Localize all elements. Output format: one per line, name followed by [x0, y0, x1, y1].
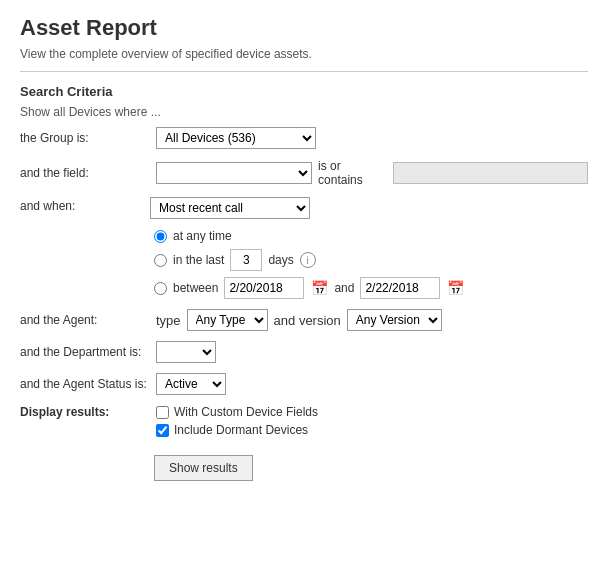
radio-between-row: between 📅 and 📅: [154, 277, 588, 299]
dormant-row: Include Dormant Devices: [156, 423, 318, 437]
calendar-start-icon[interactable]: 📅: [310, 279, 328, 297]
calendar-end-icon[interactable]: 📅: [446, 279, 464, 297]
radio-between-label: between: [173, 281, 218, 295]
radio-between[interactable]: [154, 282, 167, 295]
group-select[interactable]: All Devices (536): [156, 127, 316, 149]
contains-input[interactable]: [393, 162, 588, 184]
radio-any-time[interactable]: [154, 230, 167, 243]
agent-version-select[interactable]: Any Version: [347, 309, 442, 331]
radio-in-last[interactable]: [154, 254, 167, 267]
radio-group: at any time in the last days i between 📅…: [154, 229, 588, 299]
info-icon: i: [300, 252, 316, 268]
department-select[interactable]: [156, 341, 216, 363]
radio-in-last-row: in the last days i: [154, 249, 588, 271]
status-select[interactable]: Active: [156, 373, 226, 395]
page-title: Asset Report: [20, 15, 588, 41]
status-label: and the Agent Status is:: [20, 377, 150, 391]
status-row: and the Agent Status is: Active: [20, 373, 588, 395]
dormant-checkbox[interactable]: [156, 424, 169, 437]
group-row: the Group is: All Devices (536): [20, 127, 588, 149]
radio-in-last-label: in the last: [173, 253, 224, 267]
when-label: and when:: [20, 197, 150, 213]
radio-any-time-label: at any time: [173, 229, 232, 243]
agent-version-prefix: and version: [274, 313, 341, 328]
custom-fields-row: With Custom Device Fields: [156, 405, 318, 419]
custom-fields-checkbox[interactable]: [156, 406, 169, 419]
show-results-button[interactable]: Show results: [154, 455, 253, 481]
page-subtitle: View the complete overview of specified …: [20, 47, 588, 61]
radio-any-time-row: at any time: [154, 229, 588, 243]
days-label: days: [268, 253, 293, 267]
display-results-label: Display results:: [20, 405, 150, 419]
is-or-contains-label: is or contains: [318, 159, 387, 187]
field-label: and the field:: [20, 166, 150, 180]
checkbox-group: With Custom Device Fields Include Dorman…: [156, 405, 318, 437]
days-input[interactable]: [230, 249, 262, 271]
date-start-input[interactable]: [224, 277, 304, 299]
display-results-row: Display results: With Custom Device Fiel…: [20, 405, 588, 437]
divider: [20, 71, 588, 72]
date-and-label: and: [334, 281, 354, 295]
agent-label: and the Agent:: [20, 313, 150, 327]
department-label: and the Department is:: [20, 345, 150, 359]
when-row: and when: Most recent call: [20, 197, 588, 219]
agent-type-select[interactable]: Any Type: [187, 309, 268, 331]
agent-row: and the Agent: type Any Type and version…: [20, 309, 588, 331]
group-label: the Group is:: [20, 131, 150, 145]
date-end-input[interactable]: [360, 277, 440, 299]
when-select[interactable]: Most recent call: [150, 197, 310, 219]
custom-fields-label: With Custom Device Fields: [174, 405, 318, 419]
agent-type-prefix: type: [156, 313, 181, 328]
field-row: and the field: is or contains: [20, 159, 588, 187]
section-title: Search Criteria: [20, 84, 588, 99]
dormant-label: Include Dormant Devices: [174, 423, 308, 437]
show-all-label: Show all Devices where ...: [20, 105, 588, 119]
department-row: and the Department is:: [20, 341, 588, 363]
when-block: Most recent call: [150, 197, 310, 219]
field-select[interactable]: [156, 162, 312, 184]
